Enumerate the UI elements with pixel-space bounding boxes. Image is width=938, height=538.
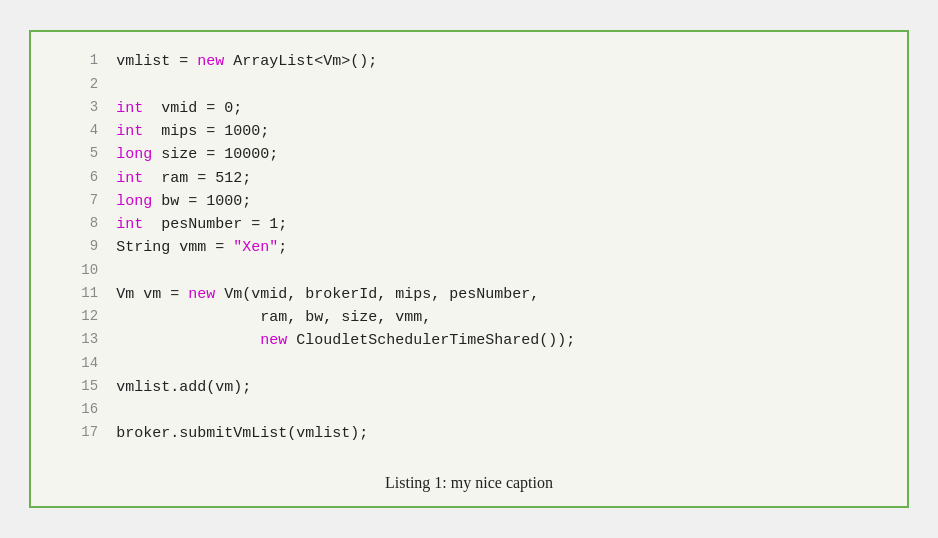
normal-token: ram, bw, size, vmm,	[116, 309, 431, 326]
normal-token: vmlist.add(vm);	[116, 379, 251, 396]
listing-container: 1vmlist = new ArrayList<Vm>();2 3int vmi…	[29, 30, 909, 507]
table-row: 11Vm vm = new Vm(vmid, brokerId, mips, p…	[51, 283, 887, 306]
kw-token: long	[116, 193, 152, 210]
line-code: broker.submitVmList(vmlist);	[116, 422, 887, 445]
line-code: ram, bw, size, vmm,	[116, 306, 887, 329]
normal-token: Vm(vmid, brokerId, mips, pesNumber,	[215, 286, 539, 303]
line-code: int pesNumber = 1;	[116, 213, 887, 236]
table-row: 5long size = 10000;	[51, 143, 887, 166]
line-number: 4	[51, 120, 116, 143]
line-number: 6	[51, 167, 116, 190]
line-number: 13	[51, 329, 116, 352]
line-number: 16	[51, 399, 116, 422]
listing-caption: Listing 1: my nice caption	[31, 464, 907, 506]
line-number: 5	[51, 143, 116, 166]
line-number: 7	[51, 190, 116, 213]
normal-token: ;	[278, 239, 287, 256]
table-row: 17broker.submitVmList(vmlist);	[51, 422, 887, 445]
kw-token: int	[116, 216, 143, 233]
line-code: int ram = 512;	[116, 167, 887, 190]
line-code	[116, 260, 887, 283]
line-number: 15	[51, 376, 116, 399]
normal-token: size = 10000;	[152, 146, 278, 163]
table-row: 9String vmm = "Xen";	[51, 236, 887, 259]
table-row: 14	[51, 353, 887, 376]
line-number: 3	[51, 97, 116, 120]
code-table: 1vmlist = new ArrayList<Vm>();2 3int vmi…	[51, 50, 887, 445]
normal-token: vmlist =	[116, 53, 197, 70]
line-number: 11	[51, 283, 116, 306]
line-code: new CloudletSchedulerTimeShared());	[116, 329, 887, 352]
str-token: "Xen"	[233, 239, 278, 256]
line-code	[116, 74, 887, 97]
kw-token: new	[260, 332, 287, 349]
normal-token: broker.submitVmList(vmlist);	[116, 425, 368, 442]
code-block: 1vmlist = new ArrayList<Vm>();2 3int vmi…	[31, 32, 907, 463]
line-number: 1	[51, 50, 116, 73]
kw-token: new	[197, 53, 224, 70]
line-code: vmlist.add(vm);	[116, 376, 887, 399]
line-number: 14	[51, 353, 116, 376]
table-row: 3int vmid = 0;	[51, 97, 887, 120]
kw-token: int	[116, 123, 143, 140]
normal-token: String	[116, 239, 170, 256]
normal-token: vmid = 0;	[143, 100, 242, 117]
normal-token: Vm vm =	[116, 286, 188, 303]
normal-token: mips = 1000;	[143, 123, 269, 140]
kw-token: int	[116, 100, 143, 117]
table-row: 6int ram = 512;	[51, 167, 887, 190]
line-code: vmlist = new ArrayList<Vm>();	[116, 50, 887, 73]
normal-token: ram = 512;	[143, 170, 251, 187]
table-row: 10	[51, 260, 887, 283]
normal-token	[116, 332, 260, 349]
table-row: 13 new CloudletSchedulerTimeShared());	[51, 329, 887, 352]
table-row: 4int mips = 1000;	[51, 120, 887, 143]
table-row: 2	[51, 74, 887, 97]
line-code	[116, 353, 887, 376]
kw-token: new	[188, 286, 215, 303]
line-code: long bw = 1000;	[116, 190, 887, 213]
table-row: 15vmlist.add(vm);	[51, 376, 887, 399]
line-code: int mips = 1000;	[116, 120, 887, 143]
normal-token: bw = 1000;	[152, 193, 251, 210]
line-number: 12	[51, 306, 116, 329]
table-row: 8int pesNumber = 1;	[51, 213, 887, 236]
normal-token: vmm =	[170, 239, 233, 256]
line-code: Vm vm = new Vm(vmid, brokerId, mips, pes…	[116, 283, 887, 306]
normal-token: pesNumber = 1;	[143, 216, 287, 233]
normal-token: ArrayList<Vm>();	[224, 53, 377, 70]
line-code: String vmm = "Xen";	[116, 236, 887, 259]
table-row: 1vmlist = new ArrayList<Vm>();	[51, 50, 887, 73]
line-number: 8	[51, 213, 116, 236]
kw-token: int	[116, 170, 143, 187]
line-number: 10	[51, 260, 116, 283]
table-row: 16	[51, 399, 887, 422]
line-code: int vmid = 0;	[116, 97, 887, 120]
normal-token: CloudletSchedulerTimeShared());	[287, 332, 575, 349]
table-row: 7long bw = 1000;	[51, 190, 887, 213]
line-number: 9	[51, 236, 116, 259]
line-number: 17	[51, 422, 116, 445]
line-number: 2	[51, 74, 116, 97]
line-code	[116, 399, 887, 422]
table-row: 12 ram, bw, size, vmm,	[51, 306, 887, 329]
line-code: long size = 10000;	[116, 143, 887, 166]
kw-token: long	[116, 146, 152, 163]
